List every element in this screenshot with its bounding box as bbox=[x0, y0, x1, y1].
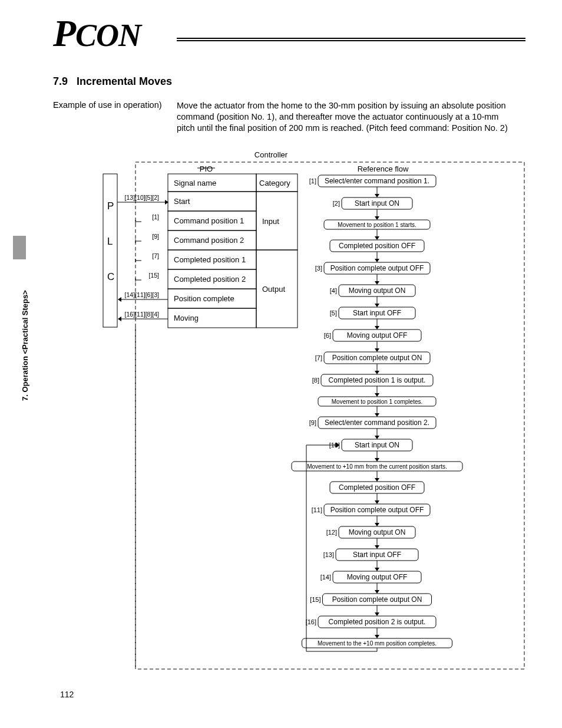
category-header: Category bbox=[259, 179, 290, 187]
svg-marker-31 bbox=[375, 236, 379, 240]
pio-signal-name: Completed position 2 bbox=[174, 275, 246, 284]
flow-step-ref: [14] bbox=[320, 574, 331, 581]
flow-step-text: Position complete output ON bbox=[332, 595, 422, 604]
flow-step-text: Position complete output ON bbox=[332, 354, 422, 362]
flow-step-text: Select/enter command position 1. bbox=[325, 177, 429, 185]
svg-marker-57 bbox=[375, 523, 379, 526]
flow-step-text: Moving output OFF bbox=[347, 573, 408, 581]
svg-marker-27 bbox=[375, 194, 379, 197]
controller-label: Controller bbox=[254, 150, 288, 159]
flow-step-text: Start input OFF bbox=[353, 309, 401, 317]
pio-ref: [7] bbox=[152, 252, 159, 259]
pio-signal-name: Completed position 1 bbox=[174, 255, 246, 264]
svg-marker-39 bbox=[375, 326, 379, 330]
signal-name-header: Signal name bbox=[174, 179, 216, 187]
input-label: Input bbox=[262, 217, 279, 226]
svg-marker-59 bbox=[375, 545, 379, 549]
plc-box bbox=[103, 174, 117, 327]
flow-step-ref: [4] bbox=[330, 287, 337, 294]
flow-step-ref: [9] bbox=[309, 419, 316, 426]
svg-marker-63 bbox=[375, 590, 379, 594]
svg-marker-29 bbox=[375, 216, 379, 220]
output-label: Output bbox=[262, 285, 285, 294]
flow-step-ref: [1] bbox=[309, 177, 316, 185]
flow-step-text: Start input ON bbox=[355, 199, 399, 207]
section-heading: 7.9 Incremental Moves bbox=[53, 75, 172, 88]
diagram-svg: Controller PIO Reference flow Signal nam… bbox=[53, 150, 530, 675]
svg-marker-65 bbox=[375, 612, 379, 616]
section-number: 7.9 bbox=[53, 75, 68, 87]
flow-step-text: Completed position 2 is output. bbox=[329, 618, 426, 626]
flow-step-text: Select/enter command position 2. bbox=[325, 419, 429, 427]
pio-signal-name: Position complete bbox=[174, 294, 234, 303]
side-chapter-label: 7. Operation <Practical Steps> bbox=[21, 290, 29, 401]
flow-step-text: Completed position OFF bbox=[339, 242, 415, 250]
svg-marker-33 bbox=[375, 259, 379, 262]
svg-marker-41 bbox=[375, 348, 379, 352]
intro-label: Example of use in operation) bbox=[53, 100, 162, 110]
plc-letter: L bbox=[107, 236, 113, 247]
flow-step-text: Movement to position 1 starts. bbox=[338, 222, 416, 228]
svg-marker-61 bbox=[375, 568, 379, 571]
flow-step-ref: [3] bbox=[315, 265, 322, 272]
pio-signal-name: Start bbox=[174, 197, 190, 206]
flow-step-ref: [6] bbox=[324, 332, 331, 339]
svg-marker-23 bbox=[118, 317, 121, 321]
intro-body: Move the actuator from the home to the 3… bbox=[177, 100, 518, 134]
pio-signal-name: Command position 1 bbox=[174, 216, 244, 225]
svg-marker-53 bbox=[375, 478, 379, 482]
flow-step-text: Start input ON bbox=[355, 441, 399, 449]
flow-step-ref: [8] bbox=[312, 377, 319, 384]
diagram: Controller PIO Reference flow Signal nam… bbox=[53, 150, 530, 677]
svg-marker-51 bbox=[375, 458, 379, 462]
flow-step-text: Position complete output OFF bbox=[330, 264, 424, 272]
plc-letter: P bbox=[107, 200, 114, 212]
plc-letter: C bbox=[107, 271, 114, 282]
flow-step-text: Moving output ON bbox=[349, 286, 406, 295]
pio-signal-name: Command position 2 bbox=[174, 236, 244, 245]
margin-tab bbox=[13, 236, 26, 259]
logo-con: CON bbox=[75, 18, 141, 53]
flow-step-ref: [15] bbox=[310, 596, 320, 603]
flow-step-text: Start input OFF bbox=[353, 551, 401, 559]
pio-ref: [16][11][8][4] bbox=[125, 311, 159, 318]
pio-ref: [1] bbox=[152, 213, 159, 220]
flow-step-ref: [11] bbox=[312, 506, 322, 513]
svg-marker-37 bbox=[375, 304, 379, 307]
svg-marker-49 bbox=[375, 436, 379, 439]
flow-step-ref: [16] bbox=[306, 618, 316, 625]
svg-marker-47 bbox=[375, 413, 379, 417]
svg-marker-20 bbox=[118, 297, 121, 302]
section-title-text: Incremental Moves bbox=[77, 75, 172, 87]
pio-table: Signal name Category Start[13][10][5][2]… bbox=[117, 174, 297, 328]
pio-ref: [15] bbox=[148, 272, 159, 279]
pio-signal-name: Moving bbox=[174, 314, 199, 322]
svg-marker-55 bbox=[375, 500, 379, 504]
pio-label: PIO bbox=[200, 164, 213, 173]
reference-flow-label: Reference flow bbox=[358, 164, 409, 173]
svg-marker-45 bbox=[375, 393, 379, 397]
flow-step-ref: [13] bbox=[323, 551, 334, 558]
logo-p: P bbox=[53, 12, 75, 54]
flow-step-text: Movement to the +10 mm position complete… bbox=[318, 640, 437, 647]
flow-step-text: Movement to position 1 completes. bbox=[332, 398, 423, 405]
pio-ref: [14][11][6][3] bbox=[125, 291, 159, 298]
flow-step-ref: [2] bbox=[333, 200, 340, 207]
flow-step-text: Completed position OFF bbox=[339, 483, 415, 492]
flow-step-text: Moving output ON bbox=[349, 528, 406, 536]
pio-ref: [13][10][5][2] bbox=[125, 194, 159, 201]
flow-step-ref: [12] bbox=[326, 529, 337, 536]
page-number: 112 bbox=[60, 690, 74, 699]
flow-step-text: Position complete output OFF bbox=[330, 506, 424, 514]
svg-marker-35 bbox=[375, 281, 379, 285]
flow-step-ref: [5] bbox=[330, 309, 337, 317]
svg-marker-67 bbox=[375, 635, 379, 638]
logo: PCON bbox=[53, 12, 141, 55]
svg-marker-43 bbox=[375, 371, 379, 374]
flow-step-ref: [7] bbox=[315, 354, 322, 361]
flow-step-text: Movement to +10 mm from the current posi… bbox=[307, 463, 447, 470]
flow-step-text: Moving output OFF bbox=[347, 331, 408, 340]
pio-ref: [9] bbox=[152, 233, 159, 240]
flow-step-text: Completed position 1 is output. bbox=[329, 376, 426, 384]
